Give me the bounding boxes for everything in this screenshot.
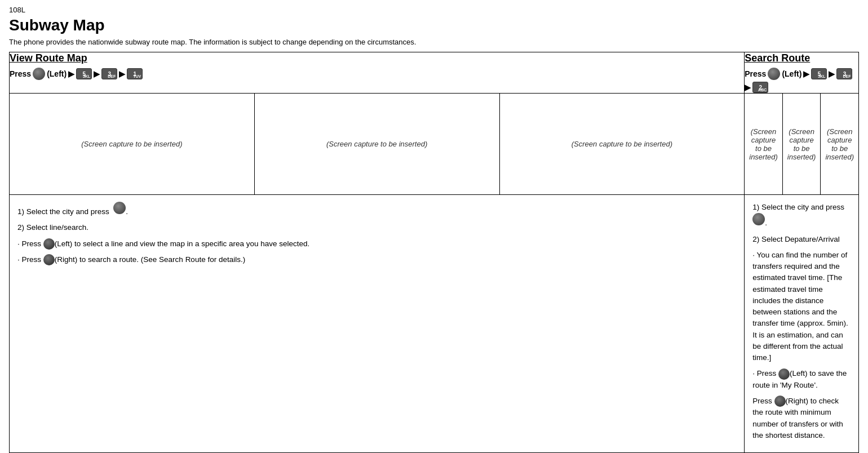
search-screen-3: (Screen capture to be inserted) [821,94,859,195]
view-screen-2: (Screen capture to be inserted) [254,94,499,195]
view-screen-3: (Screen capture to be inserted) [499,94,745,195]
view-key1: 1TUV [127,68,143,79]
search-key5: 5JKL [811,68,827,79]
page-title: Subway Map [9,16,859,34]
view-screen-1: (Screen capture to be inserted) [10,94,255,195]
search-left-key-circle [768,68,780,80]
search-key3: 3DEF [836,68,852,79]
search-instr-circle1 [752,213,765,225]
search-key2: 2ABC [752,82,768,93]
view-instr-left-btn [43,238,55,250]
search-arrow2: ▶ [829,69,835,78]
view-route-title: View Route Map [10,52,744,64]
search-arrow3: ▶ [745,83,751,92]
search-route-title: Search Route [745,52,858,64]
search-instructions: 1) Select the city and press . 2) Select… [745,195,859,453]
view-key5: 5JKL [76,68,92,79]
view-left-label: (Left) [47,69,67,78]
view-instructions: 1) Select the city and press . 2) Select… [10,195,745,453]
search-left-label: (Left) [782,69,801,78]
page-number: 108L [9,6,859,14]
search-instr-right-btn [774,396,786,407]
view-key3: 3DEF [101,68,117,79]
view-press-label: Press [10,69,31,78]
search-screen-1: (Screen capture to be inserted) [745,94,783,195]
page-description: The phone provides the nationwide subway… [9,38,859,46]
view-left-key-circle [33,68,45,80]
search-arrow1: ▶ [803,69,809,78]
search-screen-2: (Screen capture to be inserted) [782,94,821,195]
view-instr-right-btn [43,254,55,265]
view-instr-circle1 [113,202,126,214]
search-press-label: Press [745,69,766,78]
view-arrow2: ▶ [94,69,100,78]
search-instr-left-btn [778,368,790,380]
view-arrow1: ▶ [68,69,74,78]
view-arrow3: ▶ [119,69,125,78]
